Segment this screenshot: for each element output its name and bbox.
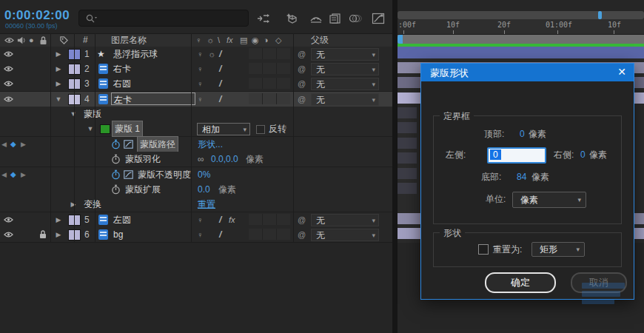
parent-pickwhip-icon[interactable]: @ <box>298 61 306 76</box>
fx-toggle[interactable]: fx <box>229 212 235 227</box>
layer-row-1[interactable]: ▶ 1 ★ 悬浮指示球 ♀ ☼ / @ 无▾ <box>0 47 392 62</box>
mask-feather-row[interactable]: 蒙版羽化 ∞ 0.0,0.0 像素 <box>0 152 392 167</box>
parent-dropdown[interactable]: 无▾ <box>311 214 379 226</box>
mask-expansion-label[interactable]: 蒙版扩展 <box>125 182 161 197</box>
graph-icon[interactable] <box>124 140 133 149</box>
graph-icon[interactable] <box>124 170 133 179</box>
layer-row-5[interactable]: ▶ 5 左圆 ♀ / fx @ 无▾ <box>0 212 392 228</box>
layer-row-4-selected[interactable]: ▼ 4 左卡 ♀ / @ 无▾ <box>0 92 392 107</box>
right-value[interactable]: 0 <box>580 147 586 162</box>
time-ruler[interactable]: :00f 10f 20f 01:00f 10f <box>398 19 644 35</box>
shy-toggle[interactable]: ♀ <box>197 212 203 227</box>
shy-toggle[interactable]: ♀ <box>197 92 203 107</box>
mask-path-label[interactable]: 蒙版路径 <box>138 137 178 152</box>
lock-icon[interactable] <box>38 229 47 239</box>
parent-dropdown[interactable]: 无▾ <box>311 78 379 90</box>
layer-name-column-header[interactable]: 图层名称 <box>111 35 147 46</box>
expander-icon[interactable]: ▼ <box>69 107 78 121</box>
masks-group-row[interactable]: ▼ 蒙版 <box>0 107 392 122</box>
navigator-playhead-marker[interactable] <box>598 11 602 19</box>
eye-icon[interactable] <box>4 230 13 239</box>
expander-icon[interactable]: ▶ <box>54 212 63 227</box>
video-column-icon[interactable] <box>4 36 14 45</box>
eye-icon[interactable] <box>4 64 13 73</box>
shy-toggle[interactable]: ♀ <box>197 76 203 91</box>
eye-icon[interactable] <box>4 79 13 88</box>
mask-name[interactable]: 蒙版 1 <box>113 121 142 136</box>
composition-flowchart-icon[interactable] <box>256 12 269 25</box>
motion-blur-icon[interactable] <box>349 12 362 25</box>
time-navigator-bar[interactable] <box>398 11 644 19</box>
parent-pickwhip-icon[interactable]: @ <box>298 76 306 91</box>
solo-column-icon[interactable]: ● <box>29 35 34 46</box>
parent-dropdown[interactable]: 无▾ <box>311 229 379 241</box>
panel-divider[interactable] <box>392 0 398 333</box>
prev-keyframe-icon[interactable]: ◀ <box>1 137 7 152</box>
mask-path-value[interactable]: 形状... <box>198 137 223 152</box>
expander-icon[interactable]: ▶ <box>54 227 63 242</box>
mask-feather-label[interactable]: 蒙版羽化 <box>125 152 161 166</box>
stopwatch-icon[interactable] <box>111 184 121 195</box>
stopwatch-icon[interactable] <box>111 139 121 149</box>
next-keyframe-icon[interactable]: ▶ <box>21 137 26 152</box>
quality-toggle[interactable]: / <box>219 61 221 76</box>
mask-color-swatch[interactable] <box>100 124 110 134</box>
next-keyframe-icon[interactable]: ▶ <box>21 167 26 182</box>
stopwatch-icon[interactable] <box>111 169 121 180</box>
shy-toggle[interactable]: ♀ <box>197 227 203 242</box>
shape-dropdown[interactable]: 矩形 ▾ <box>531 242 585 257</box>
shy-toggle[interactable]: ♀ <box>197 61 203 76</box>
expander-icon[interactable]: ▶ <box>54 76 63 91</box>
quality-toggle[interactable]: / <box>219 47 221 61</box>
parent-dropdown[interactable]: 无▾ <box>311 48 379 61</box>
quality-toggle[interactable]: / <box>219 76 221 91</box>
parent-pickwhip-icon[interactable]: @ <box>298 47 306 61</box>
parent-pickwhip-icon[interactable]: @ <box>298 92 306 107</box>
mask-opacity-label[interactable]: 蒙版不透明度 <box>138 167 191 182</box>
current-timecode[interactable]: 0:00:02:00 <box>4 8 70 23</box>
mask-path-row[interactable]: ◀◆▶ 蒙版路径 形状... <box>0 137 392 152</box>
switch-boxes[interactable] <box>249 93 290 104</box>
quality-toggle[interactable]: / <box>219 212 221 227</box>
expander-icon[interactable]: ▶ <box>69 197 78 212</box>
work-area-bar[interactable] <box>398 35 644 44</box>
search-input[interactable] <box>78 10 249 27</box>
dialog-title-bar[interactable]: 蒙版形状 ✕ <box>421 64 634 81</box>
mask-expansion-value[interactable]: 0.0 <box>198 182 210 197</box>
layer-name[interactable]: 右卡 <box>113 61 131 76</box>
expander-icon[interactable]: ▶ <box>54 61 63 76</box>
parent-pickwhip-icon[interactable]: @ <box>298 212 306 227</box>
layer-row-6[interactable]: ▶ 6 bg ♀ / @ 无▾ <box>0 227 392 243</box>
bottom-value[interactable]: 84 <box>517 169 526 184</box>
parent-dropdown[interactable]: 无▾ <box>311 93 379 106</box>
mask-invert-checkbox[interactable] <box>256 125 265 134</box>
layer-name[interactable]: 左圆 <box>113 212 131 227</box>
eye-icon[interactable] <box>4 95 13 104</box>
parent-dropdown[interactable]: 无▾ <box>311 63 379 75</box>
shy-toggle[interactable]: ♀ <box>197 47 203 61</box>
collapse-toggle[interactable]: ☼ <box>208 47 215 61</box>
layer-name-edit-box[interactable]: 左卡 <box>111 92 195 105</box>
prev-keyframe-icon[interactable]: ◀ <box>1 167 7 182</box>
parent-pickwhip-icon[interactable]: @ <box>298 227 306 242</box>
expander-icon[interactable]: ▼ <box>54 92 63 107</box>
label-column-icon[interactable] <box>59 36 69 45</box>
quality-toggle[interactable]: / <box>219 227 221 242</box>
expander-icon[interactable]: ▶ <box>54 47 63 61</box>
hide-shy-layers-icon[interactable] <box>309 12 323 25</box>
mask-mode-dropdown[interactable]: 相加▾ <box>197 123 250 135</box>
layer-row-3[interactable]: ▶ 3 右圆 ♀ / @ 无▾ <box>0 76 392 92</box>
masks-group-label[interactable]: 蒙版 <box>84 107 101 121</box>
switch-boxes[interactable] <box>249 78 290 89</box>
eye-icon[interactable] <box>4 215 13 224</box>
layer-name[interactable]: 悬浮指示球 <box>113 47 158 61</box>
keyframe-icon[interactable]: ◆ <box>10 167 16 182</box>
layer-name[interactable]: bg <box>113 227 123 242</box>
link-icon[interactable]: ∞ <box>198 152 204 166</box>
mask-expansion-row[interactable]: 蒙版扩展 0.0 像素 <box>0 182 392 198</box>
quality-toggle[interactable]: / <box>219 92 221 107</box>
switch-boxes[interactable] <box>249 214 290 225</box>
graph-editor-icon[interactable] <box>372 12 385 25</box>
close-icon[interactable]: ✕ <box>617 66 626 78</box>
units-dropdown[interactable]: 像素 ▾ <box>512 192 586 208</box>
